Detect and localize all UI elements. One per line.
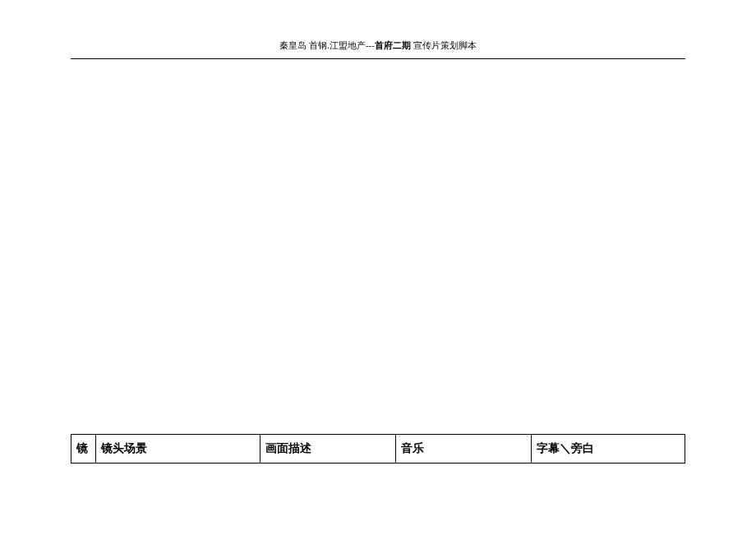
table-header-description: 画面描述 — [260, 435, 396, 464]
header-text-bold: 首府二期 — [375, 40, 411, 50]
table-header-subtitle: 字幕＼旁白 — [532, 435, 685, 464]
table-header-shot: 镜 — [71, 435, 96, 464]
header-text-prefix: 秦皇岛 首钢.江盟地产--- — [279, 40, 375, 50]
script-table-wrapper: 镜 镜头场景 画面描述 音乐 字幕＼旁白 — [71, 434, 685, 464]
table-header-row: 镜 镜头场景 画面描述 音乐 字幕＼旁白 — [71, 435, 685, 464]
header-text-suffix: 宣传片策划脚本 — [411, 40, 477, 50]
table-header-music: 音乐 — [396, 435, 532, 464]
page-header: 秦皇岛 首钢.江盟地产---首府二期 宣传片策划脚本 — [0, 0, 756, 57]
header-underline — [71, 58, 685, 59]
script-table: 镜 镜头场景 画面描述 音乐 字幕＼旁白 — [71, 434, 685, 464]
table-header-scene: 镜头场景 — [96, 435, 260, 464]
